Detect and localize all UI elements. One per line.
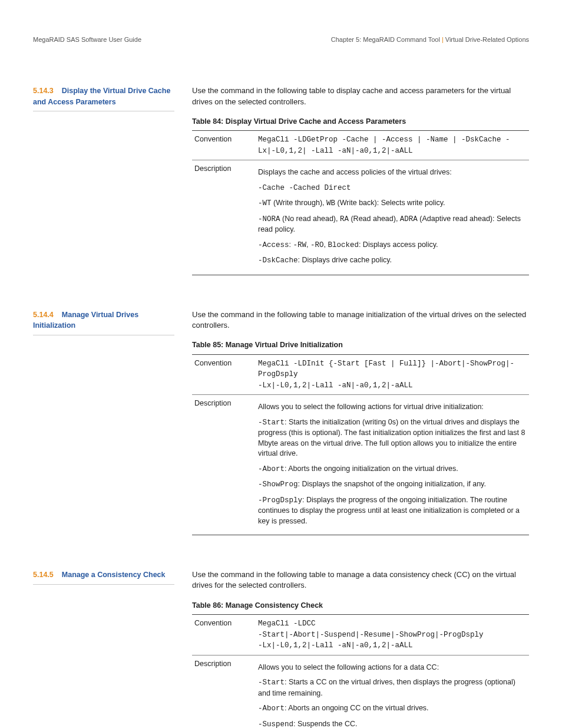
table-caption: Table 86: Manage Consistency Check xyxy=(192,601,529,611)
convention-table: ConventionMegaCli -LDGetProp -Cache | -A… xyxy=(192,130,529,275)
table-caption: Table 85: Manage Virtual Drive Initializ… xyxy=(192,340,529,351)
table-row-label: Description xyxy=(192,655,256,728)
table-row-value: Allows you to select the following actio… xyxy=(256,655,529,728)
convention-table: ConventionMegaCli -LDCC-Start|-Abort|-Su… xyxy=(192,614,529,728)
header-right: Chapter 5: MegaRAID Command Tool|Virtual… xyxy=(331,35,529,44)
table-row-value: MegaCli -LDGetProp -Cache | -Access | -N… xyxy=(256,131,529,160)
table-row-label: Convention xyxy=(192,131,256,160)
table-row-label: Description xyxy=(192,160,256,275)
table-row-value: Allows you to select the following actio… xyxy=(256,395,529,535)
table-caption: Table 84: Display Virtual Drive Cache an… xyxy=(192,117,529,127)
header-left: MegaRAID SAS Software User Guide xyxy=(33,35,141,44)
section-heading: 5.14.4Manage Virtual DrivesInitializatio… xyxy=(33,309,174,535)
section-intro: Use the command in the following table t… xyxy=(192,85,529,107)
section-body: Use the command in the following table t… xyxy=(192,569,529,728)
section-heading: 5.14.3Display the Virtual Drive Cacheand… xyxy=(33,85,174,275)
section-body: Use the command in the following table t… xyxy=(192,85,529,275)
table-row-label: Convention xyxy=(192,615,256,655)
section-intro: Use the command in the following table t… xyxy=(192,309,529,331)
section-intro: Use the command in the following table t… xyxy=(192,569,529,591)
section-body: Use the command in the following table t… xyxy=(192,309,529,535)
page-header: MegaRAID SAS Software User Guide Chapter… xyxy=(33,35,529,44)
table-row-value: MegaCli -LDInit {-Start [Fast | Full]} |… xyxy=(256,354,529,395)
table-row-value: Displays the cache and access policies o… xyxy=(256,160,529,275)
section-heading: 5.14.5Manage a Consistency Check xyxy=(33,569,174,728)
table-row-label: Convention xyxy=(192,354,256,395)
convention-table: ConventionMegaCli -LDInit {-Start [Fast … xyxy=(192,354,529,536)
table-row-value: MegaCli -LDCC-Start|-Abort|-Suspend|-Res… xyxy=(256,615,529,655)
table-row-label: Description xyxy=(192,395,256,535)
